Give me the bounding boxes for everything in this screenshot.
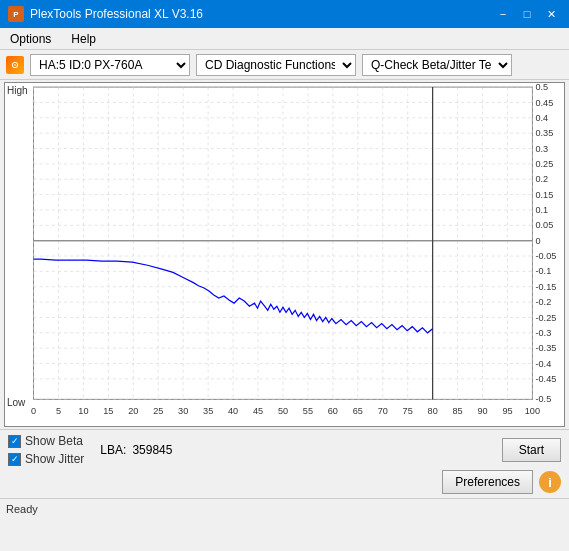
svg-text:0.35: 0.35 bbox=[535, 128, 553, 138]
toolbar: ⊙ HA:5 ID:0 PX-760A CD Diagnostic Functi… bbox=[0, 50, 569, 80]
svg-text:30: 30 bbox=[178, 406, 188, 416]
app-icon: P bbox=[8, 6, 24, 22]
close-button[interactable]: ✕ bbox=[541, 4, 561, 24]
checkboxes-lba: Show Beta Show Jitter LBA: 359845 bbox=[8, 434, 172, 466]
svg-text:0.45: 0.45 bbox=[535, 98, 553, 108]
svg-text:70: 70 bbox=[378, 406, 388, 416]
svg-text:15: 15 bbox=[103, 406, 113, 416]
chart-container: High Low bbox=[4, 82, 565, 427]
svg-text:5: 5 bbox=[56, 406, 61, 416]
drive-select[interactable]: HA:5 ID:0 PX-760A bbox=[30, 54, 190, 76]
show-jitter-row: Show Jitter bbox=[8, 452, 84, 466]
show-beta-checkbox[interactable] bbox=[8, 435, 21, 448]
svg-text:50: 50 bbox=[278, 406, 288, 416]
svg-text:-0.35: -0.35 bbox=[535, 343, 556, 353]
svg-text:90: 90 bbox=[477, 406, 487, 416]
show-beta-label: Show Beta bbox=[25, 434, 83, 448]
svg-text:0.2: 0.2 bbox=[535, 174, 548, 184]
window-title: PlexTools Professional XL V3.16 bbox=[30, 7, 203, 21]
svg-text:-0.4: -0.4 bbox=[535, 359, 551, 369]
title-bar-controls: − □ ✕ bbox=[493, 4, 561, 24]
svg-text:-0.45: -0.45 bbox=[535, 374, 556, 384]
menu-options[interactable]: Options bbox=[4, 31, 57, 47]
preferences-button[interactable]: Preferences bbox=[442, 470, 533, 494]
svg-text:95: 95 bbox=[502, 406, 512, 416]
drive-icon: ⊙ bbox=[6, 56, 24, 74]
svg-text:0.25: 0.25 bbox=[535, 159, 553, 169]
svg-text:60: 60 bbox=[328, 406, 338, 416]
svg-text:85: 85 bbox=[453, 406, 463, 416]
lba-label: LBA: bbox=[100, 443, 126, 457]
svg-text:80: 80 bbox=[428, 406, 438, 416]
info-button[interactable]: i bbox=[539, 471, 561, 493]
svg-text:65: 65 bbox=[353, 406, 363, 416]
svg-text:20: 20 bbox=[128, 406, 138, 416]
svg-text:-0.1: -0.1 bbox=[535, 266, 551, 276]
chart-inner: High Low bbox=[5, 83, 564, 426]
svg-text:-0.2: -0.2 bbox=[535, 297, 551, 307]
title-bar: P PlexTools Professional XL V3.16 − □ ✕ bbox=[0, 0, 569, 28]
menu-bar: Options Help bbox=[0, 28, 569, 50]
svg-text:-0.15: -0.15 bbox=[535, 282, 556, 292]
svg-text:100: 100 bbox=[525, 406, 540, 416]
svg-text:0.3: 0.3 bbox=[535, 144, 548, 154]
show-beta-row: Show Beta bbox=[8, 434, 84, 448]
status-bar: Ready bbox=[0, 498, 569, 518]
minimize-button[interactable]: − bbox=[493, 4, 513, 24]
svg-text:0: 0 bbox=[535, 236, 540, 246]
svg-text:0.4: 0.4 bbox=[535, 113, 548, 123]
svg-text:-0.5: -0.5 bbox=[535, 394, 551, 404]
chart-svg: 0.5 0.45 0.4 0.35 0.3 0.25 0.2 0.15 0.1 … bbox=[5, 83, 564, 426]
svg-text:0.5: 0.5 bbox=[535, 83, 548, 92]
lba-value: 359845 bbox=[132, 443, 172, 457]
title-bar-left: P PlexTools Professional XL V3.16 bbox=[8, 6, 203, 22]
svg-text:-0.3: -0.3 bbox=[535, 328, 551, 338]
svg-text:0: 0 bbox=[31, 406, 36, 416]
show-jitter-label: Show Jitter bbox=[25, 452, 84, 466]
svg-text:40: 40 bbox=[228, 406, 238, 416]
svg-text:-0.05: -0.05 bbox=[535, 251, 556, 261]
bottom-top-row: Show Beta Show Jitter LBA: 359845 Start bbox=[8, 434, 561, 466]
status-text: Ready bbox=[6, 503, 38, 515]
svg-text:-0.25: -0.25 bbox=[535, 313, 556, 323]
svg-text:0.1: 0.1 bbox=[535, 205, 548, 215]
function-select[interactable]: CD Diagnostic Functions bbox=[196, 54, 356, 76]
svg-text:75: 75 bbox=[403, 406, 413, 416]
svg-text:55: 55 bbox=[303, 406, 313, 416]
lba-section: LBA: 359845 bbox=[100, 443, 172, 457]
svg-text:0.05: 0.05 bbox=[535, 220, 553, 230]
svg-text:45: 45 bbox=[253, 406, 263, 416]
start-button[interactable]: Start bbox=[502, 438, 561, 462]
svg-text:10: 10 bbox=[78, 406, 88, 416]
maximize-button[interactable]: □ bbox=[517, 4, 537, 24]
svg-text:35: 35 bbox=[203, 406, 213, 416]
test-select[interactable]: Q-Check Beta/Jitter Test bbox=[362, 54, 512, 76]
show-jitter-checkbox[interactable] bbox=[8, 453, 21, 466]
menu-help[interactable]: Help bbox=[65, 31, 102, 47]
svg-text:0.15: 0.15 bbox=[535, 190, 553, 200]
bottom-bottom-row: Preferences i bbox=[8, 470, 561, 494]
bottom-panel: Show Beta Show Jitter LBA: 359845 Start … bbox=[0, 429, 569, 498]
svg-text:25: 25 bbox=[153, 406, 163, 416]
